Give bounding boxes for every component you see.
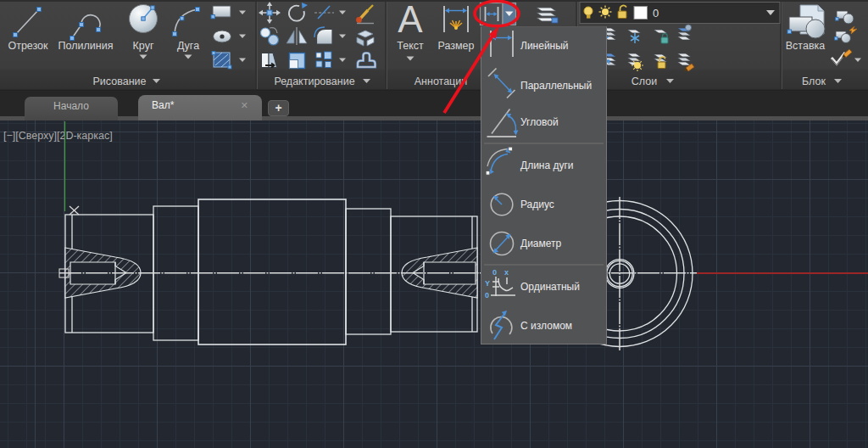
svg-text:Y: Y <box>485 279 490 288</box>
svg-text:Текст: Текст <box>397 40 424 52</box>
svg-text:0: 0 <box>492 268 497 277</box>
svg-text:Аннотации: Аннотации <box>415 76 467 87</box>
svg-text:Дуга: Дуга <box>177 40 199 52</box>
svg-text:x: x <box>504 268 509 277</box>
svg-text:Вставка: Вставка <box>786 40 826 52</box>
svg-text:Полилиния: Полилиния <box>58 40 114 52</box>
svg-text:Блок: Блок <box>802 76 826 87</box>
svg-text:0: 0 <box>485 291 489 300</box>
svg-text:0: 0 <box>653 7 659 20</box>
svg-text:Рисование: Рисование <box>93 76 147 87</box>
svg-text:[−][Сверху][2D-каркас]: [−][Сверху][2D-каркас] <box>3 130 113 142</box>
svg-text:Слои: Слои <box>632 76 657 87</box>
svg-text:Редактирование: Редактирование <box>274 76 354 87</box>
svg-text:A: A <box>398 0 423 40</box>
svg-text:Круг: Круг <box>133 40 154 52</box>
svg-text:Отрезок: Отрезок <box>8 40 48 52</box>
svg-text:Размер: Размер <box>438 40 475 52</box>
